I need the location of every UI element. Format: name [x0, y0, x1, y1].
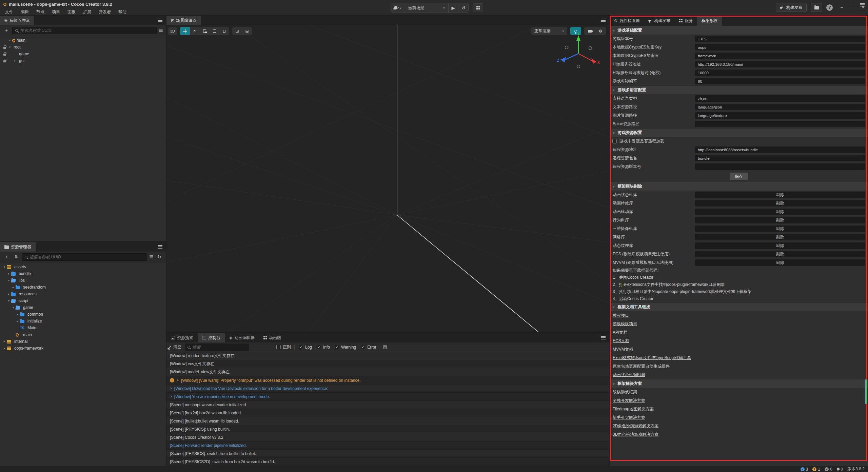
tab-console[interactable]: >控制台 [198, 333, 225, 342]
tab-service[interactable]: 服务 [675, 16, 697, 26]
section-doc-links[interactable]: ∨ 框架文档工具链接 [610, 302, 868, 311]
doc-link[interactable]: ECS文档 [610, 337, 868, 345]
console-log-row[interactable]: [Scene] [bullet]:bullet wasm lib loaded. [166, 417, 609, 425]
notification-count[interactable]: 0 [837, 467, 843, 472]
preview-target-button[interactable]: ∨ [391, 3, 405, 12]
property-input[interactable] [695, 121, 865, 127]
console-log-row[interactable]: [Scene] [PHYSICS]: using builtin. [166, 425, 609, 433]
rect-tool-button[interactable] [210, 27, 219, 35]
collab-tool-button[interactable]: ⊟ [242, 27, 252, 35]
regex-checkbox[interactable]: 正则 [276, 344, 291, 350]
snap-tool-button[interactable]: ⊡ [232, 27, 242, 35]
expand-arrow-icon[interactable]: ▾ [7, 39, 12, 42]
create-node-button[interactable]: + [3, 27, 10, 34]
scene-select[interactable]: 当前场景 ∨ [405, 3, 449, 12]
panel-menu-icon[interactable] [860, 3, 865, 4]
checkbox[interactable] [276, 345, 281, 349]
create-asset-button[interactable]: + [3, 253, 10, 261]
filter-icon[interactable] [159, 29, 162, 29]
asset-node[interactable]: ▸bundle [0, 270, 166, 277]
menu-item[interactable]: 面板 [64, 9, 79, 15]
menu-item[interactable]: 节点 [33, 9, 48, 15]
3d-2d-toggle[interactable]: 3D [168, 27, 177, 35]
error-count[interactable]: × 0 [825, 467, 832, 472]
solution-link[interactable]: 全栈开发解决方案 [610, 396, 868, 405]
warning-count[interactable]: ! 1 [812, 467, 820, 472]
console-log-row[interactable]: [Scene] [PHYSICS]: switch from builtin t… [166, 450, 609, 458]
move-tool-button[interactable] [180, 27, 190, 35]
expand-arrow-icon[interactable]: ▸ [15, 313, 20, 316]
property-input[interactable] [695, 163, 865, 170]
asset-node[interactable]: ▾game [0, 304, 166, 311]
hierarchy-node[interactable]: ▸gui [0, 57, 166, 64]
remove-module-button[interactable]: 剔除 [695, 242, 865, 249]
remove-module-button[interactable]: 剔除 [695, 259, 865, 266]
scrollbar-thumb[interactable] [865, 379, 867, 404]
menu-item[interactable]: 扩展 [79, 9, 95, 15]
doc-link[interactable]: API文档 [610, 328, 868, 337]
filter-log[interactable]: ✓Log [299, 345, 312, 350]
expand-arrow-icon[interactable]: ▾ [2, 265, 7, 269]
property-input[interactable] [695, 61, 865, 67]
tab-assets[interactable]: 资源管理器 [0, 242, 36, 252]
scene-viewport[interactable]: 3D ↻ ⊔ ⊡ ⊟ 正常渲染 [166, 25, 609, 332]
property-input[interactable] [695, 44, 865, 51]
tab-scene-editor[interactable]: ◩ 场景编辑器 [166, 16, 201, 25]
section-resource-config[interactable]: ∨ 游戏资源配置 [610, 128, 868, 137]
view-gizmo[interactable]: Y X Z [556, 33, 600, 77]
info-count[interactable]: i 3 [801, 467, 808, 472]
expand-arrow-icon[interactable]: ▾ [7, 45, 12, 49]
filter-icon[interactable] [150, 255, 153, 256]
remove-module-button[interactable]: 剔除 [695, 225, 865, 232]
solution-link[interactable]: 新手引导解决方案 [610, 413, 868, 422]
section-module-cull[interactable]: ∨ 框架模块剔除 [610, 182, 868, 191]
property-input[interactable] [695, 78, 865, 84]
build-publish-button[interactable]: 构建发布 [776, 3, 807, 12]
checkbox[interactable]: ✓ [299, 345, 303, 349]
expand-arrow-icon[interactable]: ▸ [11, 286, 16, 289]
expand-arrow-icon[interactable]: ▸ [13, 59, 18, 62]
menu-item[interactable]: 项目 [48, 9, 64, 15]
section-solutions[interactable]: ∨ 框架解决方案 [610, 379, 868, 388]
asset-node[interactable]: ▾libs [0, 277, 166, 284]
refresh-assets-button[interactable]: ↻ [156, 253, 163, 261]
clear-console-button[interactable]: 清空 [170, 344, 181, 350]
expand-arrow-icon[interactable]: ▸ [2, 347, 7, 350]
console-log-row[interactable]: [Scene] [PHYSICS2D]: switch from box2d-w… [166, 458, 609, 466]
assets-search[interactable] [22, 253, 147, 261]
checkbox[interactable]: ✓ [317, 345, 321, 349]
expand-arrow-icon[interactable]: ▸ [6, 292, 11, 296]
reload-button[interactable]: ↺ [458, 3, 469, 12]
remote-load-checkbox[interactable] [612, 139, 617, 143]
hierarchy-search-input[interactable] [20, 28, 154, 33]
play-button[interactable]: ▶ [449, 3, 458, 12]
expand-arrow-icon[interactable]: ▸ [2, 340, 7, 343]
help-button[interactable]: ? [826, 4, 833, 11]
remove-module-button[interactable]: 剔除 [695, 192, 865, 198]
tab-inspector[interactable]: ⊕属性检查器 [610, 16, 644, 26]
tab-preview[interactable]: 资源预览 [166, 333, 198, 342]
panel-menu-icon[interactable] [601, 336, 606, 337]
panel-menu-icon[interactable] [601, 19, 606, 19]
remove-module-button[interactable]: 剔除 [695, 234, 865, 240]
asset-node[interactable]: TSMain [0, 324, 166, 331]
remove-module-button[interactable]: 剔除 [695, 251, 865, 257]
asset-node[interactable]: ▸initialize [0, 318, 166, 324]
property-input[interactable] [695, 146, 865, 153]
property-input[interactable] [695, 36, 865, 42]
asset-node[interactable]: ▾assets [0, 263, 166, 270]
expand-arrow-icon[interactable]: ▾ [6, 279, 11, 282]
doc-link[interactable]: MVVM文档 [610, 345, 868, 354]
panel-menu-icon[interactable] [158, 19, 162, 19]
property-input[interactable] [695, 53, 865, 59]
doc-link[interactable]: Excel格式转Json文件与TypeScript代码工具 [610, 354, 868, 362]
console-log-row[interactable]: [Scene] [box2d]:box2d wasm lib loaded. [166, 409, 609, 417]
expand-arrow-icon[interactable]: ▾ [6, 299, 11, 302]
tab-build[interactable]: 构建发布 [644, 16, 675, 26]
asset-node[interactable]: ▸resources [0, 291, 166, 297]
doc-link[interactable]: 游戏模板项目 [610, 320, 868, 328]
doc-link[interactable]: 教程项目 [610, 311, 868, 320]
filter-info[interactable]: ✓Info [317, 345, 330, 350]
preview-qr-button[interactable] [473, 3, 483, 12]
property-input[interactable] [695, 70, 865, 76]
